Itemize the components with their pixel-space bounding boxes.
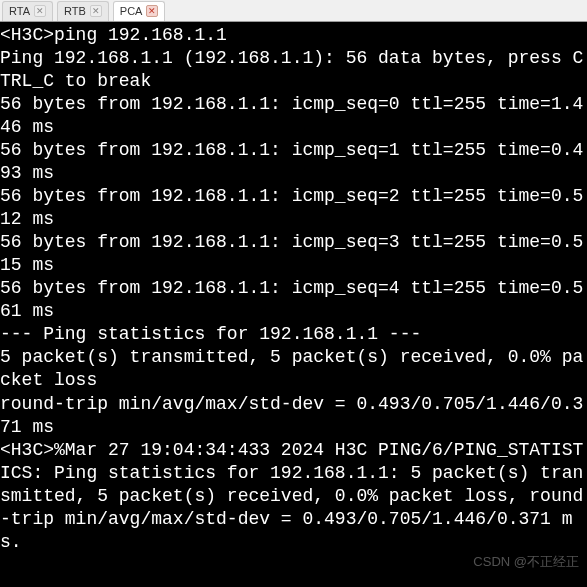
terminal-line: 56 bytes from 192.168.1.1: icmp_seq=4 tt… — [0, 277, 587, 323]
close-icon[interactable]: ✕ — [146, 5, 158, 17]
close-icon[interactable]: ✕ — [34, 5, 46, 17]
tab-rta[interactable]: RTA ✕ — [2, 1, 53, 21]
tab-label: PCA — [120, 5, 143, 17]
close-icon[interactable]: ✕ — [90, 5, 102, 17]
terminal-line: 5 packet(s) transmitted, 5 packet(s) rec… — [0, 346, 587, 392]
terminal-line: Ping 192.168.1.1 (192.168.1.1): 56 data … — [0, 47, 587, 93]
terminal-line: 56 bytes from 192.168.1.1: icmp_seq=0 tt… — [0, 93, 587, 139]
tab-label: RTA — [9, 5, 30, 17]
tab-rtb[interactable]: RTB ✕ — [57, 1, 109, 21]
terminal-line: round-trip min/avg/max/std-dev = 0.493/0… — [0, 393, 587, 439]
terminal-line: 56 bytes from 192.168.1.1: icmp_seq=2 tt… — [0, 185, 587, 231]
tab-bar: RTA ✕ RTB ✕ PCA ✕ — [0, 0, 587, 22]
terminal-line: --- Ping statistics for 192.168.1.1 --- — [0, 323, 587, 346]
terminal-line: 56 bytes from 192.168.1.1: icmp_seq=1 tt… — [0, 139, 587, 185]
tab-pca[interactable]: PCA ✕ — [113, 1, 166, 21]
terminal-line: <H3C>%Mar 27 19:04:34:433 2024 H3C PING/… — [0, 439, 587, 554]
terminal-line: 56 bytes from 192.168.1.1: icmp_seq=3 tt… — [0, 231, 587, 277]
terminal-output[interactable]: <H3C>ping 192.168.1.1Ping 192.168.1.1 (1… — [0, 22, 587, 587]
tab-label: RTB — [64, 5, 86, 17]
terminal-line: <H3C>ping 192.168.1.1 — [0, 24, 587, 47]
